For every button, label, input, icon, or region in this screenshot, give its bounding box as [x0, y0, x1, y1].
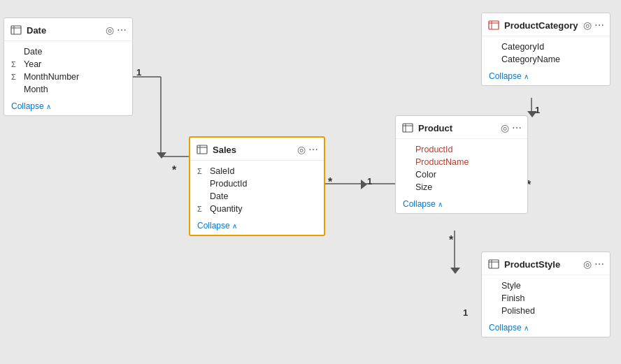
field-product-productname: ProductName: [396, 156, 527, 168]
field-monthnumber: Σ MonthNumber: [4, 71, 132, 83]
product-collapse-btn[interactable]: Collapse ∧: [396, 196, 450, 213]
sigma-icon-monthnumber: Σ: [11, 73, 21, 81]
field-product-color-label: Color: [415, 170, 436, 180]
field-categoryname: CategoryName: [482, 53, 610, 66]
productstyle-fields: Style Finish Polished: [482, 275, 610, 320]
field-product-productname-label: ProductName: [415, 157, 469, 167]
field-quantity: Σ Quantity: [190, 203, 324, 215]
sales-eye-icon[interactable]: ◎: [297, 145, 306, 154]
field-month-label: Month: [24, 85, 48, 94]
field-date-label: Date: [24, 47, 42, 57]
productcategory-collapse-label: Collapse: [489, 71, 522, 81]
date-table: Date ◎ ⋯ Date Σ Year Σ MonthNumber Month…: [3, 17, 133, 116]
field-productid: ProductId: [190, 177, 324, 190]
productcategory-table-icon: [487, 19, 500, 31]
productcategory-table-header: ProductCategory ◎ ⋯: [482, 13, 610, 36]
field-year-label: Year: [24, 59, 41, 69]
product-table: Product ◎ ⋯ ProductId ProductName Color …: [395, 115, 528, 214]
date-table-title: Date: [27, 25, 101, 36]
field-categoryname-label: CategoryName: [501, 54, 560, 64]
product-collapse-chevron: ∧: [438, 201, 443, 208]
product-fields: ProductId ProductName Color Size: [396, 139, 527, 196]
date-fields: Date Σ Year Σ MonthNumber Month: [4, 41, 132, 99]
field-style-label: Style: [501, 281, 521, 291]
product-table-title: Product: [418, 123, 497, 133]
date-eye-icon[interactable]: ◎: [106, 25, 114, 35]
sigma-icon-quantity: Σ: [197, 205, 207, 213]
date-collapse-btn[interactable]: Collapse ∧: [4, 99, 58, 115]
field-monthnumber-label: MonthNumber: [24, 72, 79, 82]
field-sales-date-label: Date: [210, 191, 228, 201]
sigma-icon-year: Σ: [11, 60, 21, 68]
sales-table-title: Sales: [213, 145, 293, 155]
product-eye-icon[interactable]: ◎: [501, 123, 509, 133]
svg-rect-10: [197, 145, 207, 154]
svg-rect-19: [489, 260, 499, 268]
sigma-icon-saleid: Σ: [197, 167, 207, 175]
field-product-size: Size: [396, 181, 527, 194]
field-categoryid: CategoryId: [482, 41, 610, 53]
date-table-icon: [10, 24, 22, 36]
field-product-color: Color: [396, 168, 527, 181]
sales-fields: Σ SaleId ProductId Date Σ Quantity: [190, 161, 324, 218]
field-product-productid: ProductId: [396, 143, 527, 156]
productstyle-table-icon: [487, 258, 500, 270]
date-table-header: Date ◎ ⋯: [4, 18, 132, 41]
date-collapse-label: Collapse: [11, 101, 44, 111]
productcategory-table: ProductCategory ◎ ⋯ CategoryId CategoryN…: [481, 13, 611, 86]
field-year: Σ Year: [4, 58, 132, 71]
productstyle-collapse-label: Collapse: [489, 323, 522, 333]
date-collapse-chevron: ∧: [46, 103, 51, 110]
field-finish: Finish: [482, 292, 610, 305]
field-month: Month: [4, 83, 132, 96]
productstyle-table-title: ProductStyle: [504, 259, 579, 270]
svg-rect-13: [403, 124, 413, 132]
sales-table-header: Sales ◎ ⋯: [190, 138, 324, 161]
date-more-icon[interactable]: ⋯: [117, 25, 127, 35]
field-style: Style: [482, 279, 610, 292]
productcategory-more-icon[interactable]: ⋯: [594, 20, 604, 30]
field-finish-label: Finish: [501, 293, 524, 303]
product-collapse-label: Collapse: [403, 199, 436, 209]
productstyle-eye-icon[interactable]: ◎: [583, 259, 592, 269]
field-quantity-label: Quantity: [210, 204, 243, 214]
productcategory-table-title: ProductCategory: [504, 20, 579, 31]
productcategory-eye-icon[interactable]: ◎: [583, 20, 592, 30]
svg-rect-16: [489, 21, 499, 29]
productstyle-collapse-chevron: ∧: [524, 324, 529, 332]
productcategory-collapse-chevron: ∧: [524, 73, 529, 80]
field-polished-label: Polished: [501, 306, 535, 316]
sales-collapse-label: Collapse: [197, 221, 230, 231]
field-product-productid-label: ProductId: [415, 145, 453, 154]
sales-table: Sales ◎ ⋯ Σ SaleId ProductId Date Σ Quan…: [189, 136, 325, 236]
product-more-icon[interactable]: ⋯: [512, 123, 522, 133]
productstyle-table-header: ProductStyle ◎ ⋯: [482, 252, 610, 275]
field-saleid: Σ SaleId: [190, 165, 324, 177]
field-sales-date: Date: [190, 190, 324, 203]
svg-rect-7: [11, 26, 21, 34]
sales-collapse-btn[interactable]: Collapse ∧: [190, 218, 244, 235]
field-productid-label: ProductId: [210, 179, 248, 189]
productstyle-collapse-btn[interactable]: Collapse ∧: [482, 320, 536, 337]
sales-more-icon[interactable]: ⋯: [308, 145, 318, 154]
productcategory-fields: CategoryId CategoryName: [482, 36, 610, 68]
field-product-size-label: Size: [415, 182, 432, 192]
field-saleid-label: SaleId: [210, 166, 234, 176]
product-table-icon: [401, 122, 414, 134]
productcategory-collapse-btn[interactable]: Collapse ∧: [482, 68, 536, 85]
productstyle-table: ProductStyle ◎ ⋯ Style Finish Polished C…: [481, 252, 611, 337]
product-table-header: Product ◎ ⋯: [396, 116, 527, 139]
field-categoryid-label: CategoryId: [501, 42, 544, 52]
sales-collapse-chevron: ∧: [232, 222, 237, 230]
productstyle-more-icon[interactable]: ⋯: [594, 259, 604, 269]
field-date: Date: [4, 45, 132, 58]
field-polished: Polished: [482, 305, 610, 317]
sales-table-icon: [196, 143, 208, 156]
